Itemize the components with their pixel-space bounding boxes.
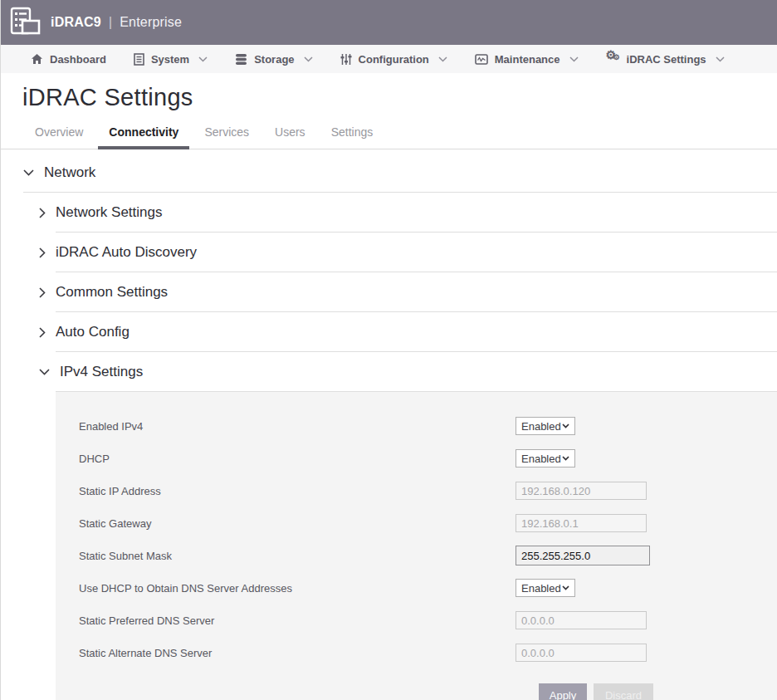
tab-overview[interactable]: Overview (24, 119, 94, 149)
brand-edition: Enterprise (120, 15, 182, 30)
dns-from-dhcp-select[interactable]: Enabled (516, 579, 575, 597)
section-network-settings[interactable]: Network Settings (39, 193, 777, 232)
chevron-down-icon (562, 423, 569, 428)
form-row-dhcp: DHCP Enabled (79, 449, 777, 467)
section-label: Network Settings (56, 204, 163, 221)
field-label: DHCP (79, 453, 516, 465)
preferred-dns-input (516, 611, 647, 629)
tab-settings[interactable]: Settings (320, 119, 384, 149)
field-label: Static Gateway (79, 517, 516, 530)
chevron-down-icon (23, 169, 34, 176)
alternate-dns-input (516, 644, 647, 662)
sliders-icon (340, 53, 352, 66)
brand-name: iDRAC9 (51, 15, 101, 30)
form-actions: Apply Discard (539, 683, 777, 700)
discard-button: Discard (594, 683, 653, 700)
chevron-right-icon (39, 247, 46, 258)
nav-item-configuration[interactable]: Configuration (340, 53, 447, 66)
chevron-right-icon (39, 327, 46, 338)
section-label: Auto Config (56, 324, 130, 340)
main-navbar: Dashboard System Storage Configuratio (1, 45, 777, 73)
tab-services[interactable]: Services (193, 119, 260, 149)
subsection-network-settings-wrap: Network Settings (1, 193, 777, 233)
static-subnet-mask-input[interactable] (516, 546, 650, 565)
system-icon (134, 53, 144, 66)
form-row-subnet-mask: Static Subnet Mask (79, 546, 777, 565)
ipv4-settings-panel: Enabled IPv4 Enabled DHCP Enabled Static… (56, 392, 777, 700)
dhcp-select[interactable]: Enabled (516, 449, 575, 467)
section-ipv4-settings[interactable]: IPv4 Settings (39, 352, 777, 391)
field-label: Enabled IPv4 (79, 420, 516, 433)
nav-item-storage[interactable]: Storage (235, 53, 312, 66)
field-label: Static Subnet Mask (79, 550, 516, 562)
nav-label: Maintenance (495, 53, 560, 66)
select-value: Enabled (521, 453, 561, 465)
section-common-settings[interactable]: Common Settings (39, 272, 777, 311)
chevron-down-icon (716, 56, 725, 62)
nav-item-system[interactable]: System (134, 53, 208, 66)
section-auto-config[interactable]: Auto Config (39, 312, 777, 351)
form-row-static-ip: Static IP Address (79, 482, 777, 500)
nav-label: Configuration (359, 53, 429, 66)
subsection-auto-discovery-wrap: iDRAC Auto Discovery (1, 233, 777, 272)
section-network[interactable]: Network (23, 149, 777, 193)
chevron-down-icon (569, 56, 579, 62)
form-row-enabled-ipv4: Enabled IPv4 Enabled (79, 417, 777, 435)
form-row-static-gateway: Static Gateway (79, 514, 777, 532)
nav-label: Dashboard (50, 53, 106, 66)
select-value: Enabled (521, 582, 561, 595)
section-label: iDRAC Auto Discovery (56, 244, 197, 261)
settings-tabbar: Overview Connectivity Services Users Set… (1, 119, 777, 149)
chevron-down-icon (198, 56, 208, 62)
field-label: Static Alternate DNS Server (79, 647, 516, 659)
subsection-auto-config-wrap: Auto Config (1, 312, 777, 352)
form-row-alternate-dns: Static Alternate DNS Server (79, 644, 777, 662)
select-value: Enabled (521, 420, 561, 433)
brand-separator: | (109, 14, 112, 31)
nav-item-idrac-settings[interactable]: ⚙ ⚙ iDRAC Settings (606, 52, 725, 66)
page-title: iDRAC Settings (22, 84, 777, 111)
apply-button[interactable]: Apply (539, 683, 587, 700)
nav-item-maintenance[interactable]: Maintenance (475, 53, 579, 66)
nav-label: System (151, 53, 189, 66)
form-row-preferred-dns: Static Preferred DNS Server (79, 611, 777, 629)
static-gateway-input (516, 514, 647, 532)
chevron-down-icon (39, 369, 50, 375)
chevron-down-icon (562, 585, 569, 590)
chevron-down-icon (562, 456, 569, 461)
nav-label: Storage (254, 53, 294, 66)
idrac-page: iDRAC9 | Enterprise Dashboard System Sto… (0, 0, 777, 700)
field-label: Use DHCP to Obtain DNS Server Addresses (79, 582, 516, 595)
subsection-common-settings-wrap: Common Settings (1, 272, 777, 312)
section-idrac-auto-discovery[interactable]: iDRAC Auto Discovery (39, 233, 777, 272)
enabled-ipv4-select[interactable]: Enabled (516, 417, 575, 435)
chevron-down-icon (304, 56, 313, 62)
subsection-ipv4-wrap: IPv4 Settings (1, 352, 777, 392)
tab-users[interactable]: Users (264, 119, 316, 149)
maintenance-icon (475, 54, 488, 65)
static-ip-input (516, 482, 647, 500)
top-brand-bar: iDRAC9 | Enterprise (1, 0, 777, 45)
storage-icon (235, 53, 247, 66)
section-label: Network (44, 164, 95, 181)
chevron-right-icon (39, 208, 46, 218)
field-label: Static IP Address (79, 485, 516, 497)
gear-icon: ⚙ ⚙ (606, 52, 620, 66)
section-label: Common Settings (56, 284, 168, 301)
section-label: IPv4 Settings (60, 364, 143, 380)
field-label: Static Preferred DNS Server (79, 614, 516, 627)
form-row-dns-dhcp: Use DHCP to Obtain DNS Server Addresses … (79, 579, 777, 597)
idrac-logo-icon (8, 6, 42, 39)
chevron-right-icon (39, 287, 46, 298)
tab-connectivity[interactable]: Connectivity (98, 119, 189, 149)
nav-item-dashboard[interactable]: Dashboard (31, 53, 106, 66)
chevron-down-icon (438, 56, 447, 62)
home-icon (31, 53, 43, 65)
nav-label: iDRAC Settings (627, 53, 706, 66)
